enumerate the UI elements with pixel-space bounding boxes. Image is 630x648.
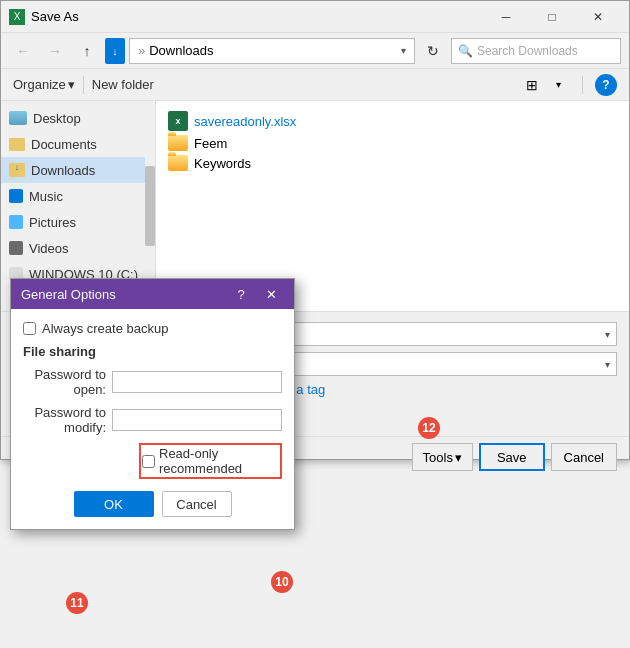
divider-2 xyxy=(582,76,583,94)
password-modify-row: Password to modify: xyxy=(23,405,282,435)
sidebar-item-label: Desktop xyxy=(33,111,81,126)
organize-dropdown-icon: ▾ xyxy=(68,77,75,92)
always-backup-row: Always create backup xyxy=(23,321,282,336)
action-bar: Organize ▾ New folder ⊞ ▾ ? xyxy=(1,69,629,101)
sidebar-item-pictures[interactable]: Pictures xyxy=(1,209,155,235)
divider-1 xyxy=(83,76,84,94)
breadcrumb-location: Downloads xyxy=(149,43,213,58)
sidebar-item-documents[interactable]: Documents xyxy=(1,131,155,157)
file-name: Feem xyxy=(194,136,227,151)
organize-label: Organize xyxy=(13,77,66,92)
sidebar-item-label: Downloads xyxy=(31,163,95,178)
desktop-icon xyxy=(9,111,27,125)
tools-label: Tools xyxy=(423,450,453,465)
password-open-input[interactable] xyxy=(112,371,282,393)
downloads-icon: ↓ xyxy=(105,38,125,64)
file-name: savereadonly.xlsx xyxy=(194,114,296,129)
dialog-title: Save As xyxy=(31,9,483,24)
maximize-button[interactable]: □ xyxy=(529,1,575,33)
save-label: Save xyxy=(497,450,527,465)
password-open-row: Password to open: xyxy=(23,367,282,397)
file-item-keywords[interactable]: Keywords xyxy=(164,153,621,173)
excel-file-icon: x xyxy=(168,111,188,131)
general-options-body: Always create backup File sharing Passwo… xyxy=(11,309,294,529)
breadcrumb-bar[interactable]: » Downloads ▾ xyxy=(129,38,415,64)
help-button[interactable]: ? xyxy=(595,74,617,96)
badge-11: 11 xyxy=(66,592,88,614)
folder-keywords-icon xyxy=(168,155,188,171)
tools-button[interactable]: Tools ▾ xyxy=(412,443,473,471)
readonly-checkbox-container: Read-only recommended xyxy=(139,443,282,479)
organize-button[interactable]: Organize ▾ xyxy=(13,77,75,92)
minimize-button[interactable]: ─ xyxy=(483,1,529,33)
forward-button[interactable]: → xyxy=(41,37,69,65)
ok-label: OK xyxy=(104,497,123,512)
readonly-checkbox[interactable] xyxy=(142,455,155,468)
sidebar-item-downloads[interactable]: Downloads xyxy=(1,157,155,183)
search-icon: 🔍 xyxy=(458,44,473,58)
view-dropdown-button[interactable]: ▾ xyxy=(546,73,570,97)
password-modify-input[interactable] xyxy=(112,409,282,431)
file-name: Keywords xyxy=(194,156,251,171)
new-folder-button[interactable]: New folder xyxy=(92,77,154,92)
sidebar-item-label: Videos xyxy=(29,241,69,256)
new-folder-label: New folder xyxy=(92,77,154,92)
readonly-row: Read-only recommended xyxy=(23,443,282,479)
videos-icon xyxy=(9,241,23,255)
up-button[interactable]: ↑ xyxy=(73,37,101,65)
folder-feem-icon xyxy=(168,135,188,151)
music-icon xyxy=(9,189,23,203)
password-open-label: Password to open: xyxy=(23,367,106,397)
file-sharing-label: File sharing xyxy=(23,344,282,359)
badge-12: 12 xyxy=(418,417,440,439)
saveastype-dropdown-arrow: ▾ xyxy=(605,359,610,370)
gen-help-button[interactable]: ? xyxy=(228,283,254,305)
sidebar-item-label: Music xyxy=(29,189,63,204)
readonly-label[interactable]: Read-only recommended xyxy=(159,446,279,476)
gen-cancel-button[interactable]: Cancel xyxy=(162,491,232,517)
gen-close-button[interactable]: ✕ xyxy=(258,283,284,305)
general-options-title: General Options xyxy=(21,287,228,302)
dialog-cancel-button[interactable]: Cancel xyxy=(551,443,617,471)
badge-10: 10 xyxy=(271,571,293,593)
title-bar: X Save As ─ □ ✕ xyxy=(1,1,629,33)
breadcrumb-separator: » xyxy=(138,43,145,58)
file-item-feem[interactable]: Feem xyxy=(164,133,621,153)
always-backup-checkbox[interactable] xyxy=(23,322,36,335)
sidebar-item-videos[interactable]: Videos xyxy=(1,235,155,261)
search-box[interactable]: 🔍 Search Downloads xyxy=(451,38,621,64)
gen-title-controls: ? ✕ xyxy=(228,283,284,305)
password-modify-label: Password to modify: xyxy=(23,405,106,435)
general-options-dialog: General Options ? ✕ Always create backup… xyxy=(10,278,295,530)
back-button[interactable]: ← xyxy=(9,37,37,65)
tools-dropdown-icon: ▾ xyxy=(455,450,462,465)
sidebar-item-label: Pictures xyxy=(29,215,76,230)
save-button[interactable]: Save xyxy=(479,443,545,471)
gen-cancel-label: Cancel xyxy=(176,497,216,512)
breadcrumb-dropdown-arrow[interactable]: ▾ xyxy=(401,45,406,56)
documents-icon xyxy=(9,138,25,151)
gen-ok-button[interactable]: OK xyxy=(74,491,154,517)
title-bar-controls: ─ □ ✕ xyxy=(483,1,621,33)
sidebar-item-music[interactable]: Music xyxy=(1,183,155,209)
general-options-title-bar: General Options ? ✕ xyxy=(11,279,294,309)
button-group: Tools ▾ Save Cancel xyxy=(412,443,617,471)
cancel-label: Cancel xyxy=(564,450,604,465)
file-item-xlsx[interactable]: x savereadonly.xlsx xyxy=(164,109,621,133)
gen-dialog-buttons: OK Cancel xyxy=(23,491,282,517)
filename-dropdown-arrow: ▾ xyxy=(605,329,610,340)
view-toggle-button[interactable]: ⊞ xyxy=(520,73,544,97)
excel-title-icon: X xyxy=(9,9,25,25)
refresh-button[interactable]: ↻ xyxy=(419,37,447,65)
pictures-icon xyxy=(9,215,23,229)
view-toggle: ⊞ ▾ xyxy=(520,73,570,97)
close-button[interactable]: ✕ xyxy=(575,1,621,33)
always-backup-label[interactable]: Always create backup xyxy=(42,321,168,336)
sidebar-item-label: Documents xyxy=(31,137,97,152)
navigation-toolbar: ← → ↑ ↓ » Downloads ▾ ↻ 🔍 Search Downloa… xyxy=(1,33,629,69)
downloads-folder-icon xyxy=(9,163,25,177)
search-placeholder: Search Downloads xyxy=(477,44,578,58)
sidebar-item-desktop[interactable]: Desktop xyxy=(1,105,155,131)
